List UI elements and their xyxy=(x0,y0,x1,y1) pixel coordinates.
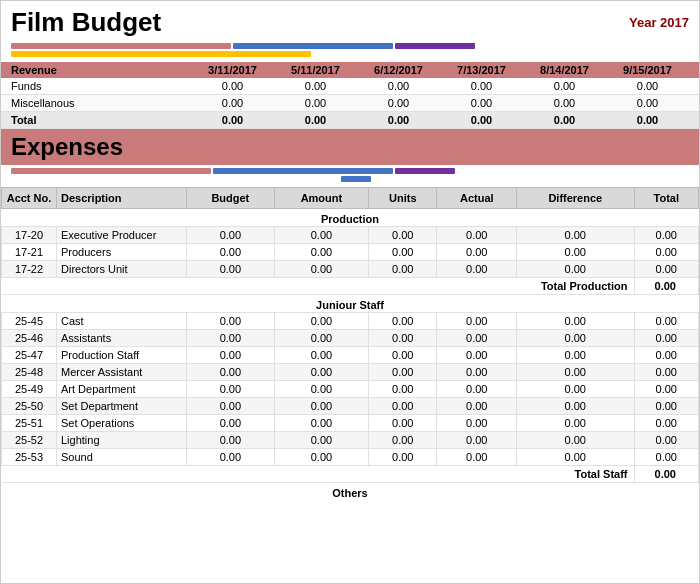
cell-total: 0.00 xyxy=(634,364,699,381)
bar-segment-pink xyxy=(11,43,231,49)
cell-desc: Directors Unit xyxy=(57,261,187,278)
date-col-6: 9/15/2017 xyxy=(606,64,689,76)
date-col-5: 8/14/2017 xyxy=(523,64,606,76)
total-v1: 0.00 xyxy=(191,114,274,126)
cell-desc: Production Staff xyxy=(57,347,187,364)
cell-units: 0.00 xyxy=(369,244,437,261)
cell-budget: 0.00 xyxy=(187,227,275,244)
misc-label: Miscellanous xyxy=(11,97,191,109)
cell-total: 0.00 xyxy=(634,432,699,449)
total-v3: 0.00 xyxy=(357,114,440,126)
cell-amount: 0.00 xyxy=(274,364,369,381)
misc-v6: 0.00 xyxy=(606,97,689,109)
funds-v4: 0.00 xyxy=(440,80,523,92)
cell-actual: 0.00 xyxy=(437,347,517,364)
cell-units: 0.00 xyxy=(369,364,437,381)
funds-v2: 0.00 xyxy=(274,80,357,92)
cell-units: 0.00 xyxy=(369,415,437,432)
top-progress-bars xyxy=(1,40,699,62)
cell-difference: 0.00 xyxy=(517,227,634,244)
cell-amount: 0.00 xyxy=(274,347,369,364)
cell-amount: 0.00 xyxy=(274,227,369,244)
cell-amount: 0.00 xyxy=(274,449,369,466)
cell-budget: 0.00 xyxy=(187,432,275,449)
cell-amount: 0.00 xyxy=(274,381,369,398)
col-desc: Description xyxy=(57,188,187,209)
cell-budget: 0.00 xyxy=(187,398,275,415)
col-difference: Difference xyxy=(517,188,634,209)
table-header-row: Acct No. Description Budget Amount Units… xyxy=(2,188,699,209)
expenses-title: Expenses xyxy=(11,133,123,160)
cell-total: 0.00 xyxy=(634,381,699,398)
col-amount: Amount xyxy=(274,188,369,209)
section-header-2: Others xyxy=(2,483,699,501)
exp-bar-blue xyxy=(213,168,393,174)
cell-total: 0.00 xyxy=(634,330,699,347)
cell-units: 0.00 xyxy=(369,261,437,278)
cell-budget: 0.00 xyxy=(187,347,275,364)
cell-units: 0.00 xyxy=(369,381,437,398)
table-row: 25-52Lighting0.000.000.000.000.000.00 xyxy=(2,432,699,449)
cell-difference: 0.00 xyxy=(517,244,634,261)
cell-units: 0.00 xyxy=(369,398,437,415)
section-name-0: Production xyxy=(2,209,699,227)
col-units: Units xyxy=(369,188,437,209)
cell-total: 0.00 xyxy=(634,227,699,244)
date-col-1: 3/11/2017 xyxy=(191,64,274,76)
cell-acct: 25-50 xyxy=(2,398,57,415)
total-v2: 0.00 xyxy=(274,114,357,126)
table-row: 25-47Production Staff0.000.000.000.000.0… xyxy=(2,347,699,364)
total-v6: 0.00 xyxy=(606,114,689,126)
cell-budget: 0.00 xyxy=(187,381,275,398)
misc-v1: 0.00 xyxy=(191,97,274,109)
exp-bar-row-1 xyxy=(11,168,689,174)
cell-total: 0.00 xyxy=(634,398,699,415)
cell-difference: 0.00 xyxy=(517,398,634,415)
cell-budget: 0.00 xyxy=(187,415,275,432)
exp-bar-purple xyxy=(395,168,455,174)
section-header-0: Production xyxy=(2,209,699,227)
section-header-1: Juniour Staff xyxy=(2,295,699,313)
cell-units: 0.00 xyxy=(369,330,437,347)
table-row: 17-21Producers0.000.000.000.000.000.00 xyxy=(2,244,699,261)
cell-difference: 0.00 xyxy=(517,313,634,330)
cell-acct: 17-20 xyxy=(2,227,57,244)
cell-difference: 0.00 xyxy=(517,261,634,278)
total-label-1: Total Staff xyxy=(2,466,635,483)
exp-bar-pink xyxy=(11,168,211,174)
cell-budget: 0.00 xyxy=(187,261,275,278)
cell-actual: 0.00 xyxy=(437,330,517,347)
funds-v5: 0.00 xyxy=(523,80,606,92)
year-label: Year 2017 xyxy=(629,15,689,30)
cell-desc: Producers xyxy=(57,244,187,261)
cell-actual: 0.00 xyxy=(437,432,517,449)
cell-acct: 25-48 xyxy=(2,364,57,381)
cell-acct: 25-45 xyxy=(2,313,57,330)
cell-difference: 0.00 xyxy=(517,330,634,347)
date-col-3: 6/12/2017 xyxy=(357,64,440,76)
cell-desc: Executive Producer xyxy=(57,227,187,244)
section-name-2: Others xyxy=(2,483,699,501)
budget-table: Acct No. Description Budget Amount Units… xyxy=(1,187,699,500)
exp-bar-blue2 xyxy=(341,176,371,182)
cell-actual: 0.00 xyxy=(437,244,517,261)
funds-v3: 0.00 xyxy=(357,80,440,92)
cell-acct: 17-22 xyxy=(2,261,57,278)
funds-v1: 0.00 xyxy=(191,80,274,92)
bar-row-1 xyxy=(11,43,689,49)
cell-budget: 0.00 xyxy=(187,313,275,330)
cell-budget: 0.00 xyxy=(187,330,275,347)
cell-difference: 0.00 xyxy=(517,432,634,449)
funds-v6: 0.00 xyxy=(606,80,689,92)
date-col-2: 5/11/2017 xyxy=(274,64,357,76)
table-row: 25-50Set Department0.000.000.000.000.000… xyxy=(2,398,699,415)
cell-total: 0.00 xyxy=(634,347,699,364)
cell-actual: 0.00 xyxy=(437,313,517,330)
cell-difference: 0.00 xyxy=(517,381,634,398)
cell-acct: 25-47 xyxy=(2,347,57,364)
table-row: 17-22Directors Unit0.000.000.000.000.000… xyxy=(2,261,699,278)
page-title: Film Budget xyxy=(11,7,161,38)
funds-label: Funds xyxy=(11,80,191,92)
bar-segment-purple xyxy=(395,43,475,49)
cell-acct: 25-52 xyxy=(2,432,57,449)
